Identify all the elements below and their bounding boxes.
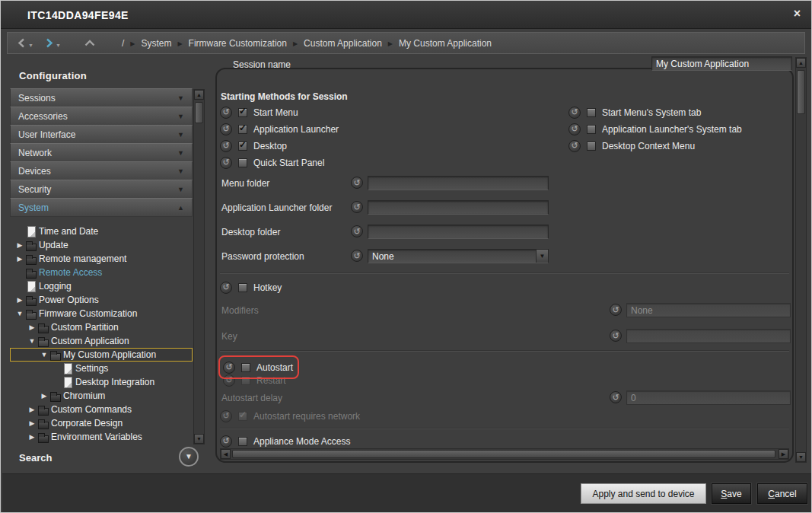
session-name-input[interactable] xyxy=(651,56,792,71)
search-expand-button[interactable] xyxy=(179,447,199,467)
undo-icon[interactable] xyxy=(220,157,232,169)
scroll-up-button[interactable] xyxy=(194,90,204,100)
sidebar-item-user-interface[interactable]: User Interface xyxy=(10,125,193,144)
expand-icon[interactable] xyxy=(14,255,25,263)
tree-item-desktop-integration[interactable]: Desktop Integration xyxy=(10,375,193,389)
forward-icon[interactable] xyxy=(44,38,54,48)
application-launcher-system-tab-checkbox[interactable] xyxy=(587,125,596,134)
scrollbar-thumb[interactable] xyxy=(797,70,805,114)
hotkey-checkbox[interactable] xyxy=(238,283,247,292)
back-history-dropdown-icon[interactable] xyxy=(28,43,33,48)
breadcrumb-root[interactable]: / xyxy=(122,38,124,49)
tree-scrollbar[interactable] xyxy=(193,89,205,444)
tree-item-custom-partition[interactable]: Custom Partition xyxy=(10,320,193,334)
undo-icon[interactable] xyxy=(220,107,232,119)
undo-icon[interactable] xyxy=(351,250,363,262)
sidebar-item-system[interactable]: System xyxy=(10,198,193,217)
undo-icon[interactable] xyxy=(220,123,232,135)
tree-item-update[interactable]: Update xyxy=(10,238,193,252)
scroll-left-button[interactable] xyxy=(221,449,231,459)
undo-icon[interactable] xyxy=(568,123,581,135)
tree-item-remote-access[interactable]: Remote Access xyxy=(10,266,193,279)
appliance-mode-access-checkbox[interactable] xyxy=(238,437,247,446)
start-menu-checkbox[interactable] xyxy=(238,108,247,117)
quick-start-panel-checkbox[interactable] xyxy=(238,158,247,167)
forward-history-dropdown-icon[interactable] xyxy=(56,43,61,48)
back-icon[interactable] xyxy=(17,38,27,48)
key-label: Key xyxy=(221,331,237,342)
undo-icon[interactable] xyxy=(351,201,363,213)
menu-folder-input[interactable] xyxy=(368,176,549,190)
expand-icon[interactable] xyxy=(27,323,37,331)
sidebar-item-accessories[interactable]: Accessories xyxy=(10,107,193,126)
up-level-icon[interactable] xyxy=(84,38,96,48)
scrollbar-thumb[interactable] xyxy=(195,102,203,123)
tree-item-custom-commands[interactable]: Custom Commands xyxy=(10,403,193,416)
save-button[interactable]: Save xyxy=(712,483,751,504)
tree-item-firmware-customization[interactable]: Firmware Customization xyxy=(10,307,193,320)
expand-icon[interactable] xyxy=(27,406,37,413)
tree-item-settings[interactable]: Settings xyxy=(10,362,193,375)
tree-item-time-and-date[interactable]: Time and Date xyxy=(10,225,193,238)
desktop-folder-input[interactable] xyxy=(368,225,549,239)
chevron-down-icon xyxy=(177,113,184,120)
undo-icon[interactable] xyxy=(351,225,363,237)
tree-item-my-custom-application[interactable]: My Custom Application xyxy=(10,348,193,362)
open-folder-icon xyxy=(49,349,62,360)
scrollbar-thumb[interactable] xyxy=(232,450,775,458)
tree-item-custom-application[interactable]: Custom Application xyxy=(10,334,193,348)
undo-icon[interactable] xyxy=(220,282,232,294)
tree-item-corporate-design[interactable]: Corporate Design xyxy=(10,416,193,430)
sidebar-item-network[interactable]: Network xyxy=(10,143,193,162)
tree-item-logging[interactable]: Logging xyxy=(10,279,193,293)
desktop-context-menu-checkbox[interactable] xyxy=(587,142,596,151)
expand-icon[interactable] xyxy=(39,392,49,400)
collapse-icon[interactable] xyxy=(39,351,49,358)
scroll-down-button[interactable] xyxy=(796,452,806,462)
collapse-icon[interactable] xyxy=(14,310,25,317)
cancel-button[interactable]: Cancel xyxy=(757,483,807,504)
application-launcher-folder-input[interactable] xyxy=(368,200,549,215)
vertical-scrollbar[interactable] xyxy=(795,57,807,463)
tree-item-power-options[interactable]: Power Options xyxy=(10,293,193,307)
password-protection-select[interactable]: None xyxy=(368,249,549,263)
scroll-right-button[interactable] xyxy=(779,449,788,459)
scroll-up-button[interactable] xyxy=(796,58,806,68)
tree-item-environment-variables[interactable]: Environment Variables xyxy=(10,430,193,444)
breadcrumb-item-my-custom-application[interactable]: My Custom Application xyxy=(399,38,492,49)
expand-icon[interactable] xyxy=(14,296,25,304)
undo-icon[interactable] xyxy=(568,107,581,119)
undo-icon[interactable] xyxy=(610,304,622,316)
scroll-down-button[interactable] xyxy=(194,434,204,444)
autostart-requires-network-checkbox xyxy=(238,412,247,421)
undo-icon[interactable] xyxy=(610,391,622,403)
start-menu-system-tab-checkbox[interactable] xyxy=(587,108,596,117)
application-launcher-checkbox[interactable] xyxy=(238,125,247,134)
desktop-checkbox[interactable] xyxy=(238,142,247,151)
sidebar-item-sessions[interactable]: Sessions xyxy=(10,88,193,107)
horizontal-scrollbar[interactable] xyxy=(220,448,789,460)
breadcrumb-item-firmware-customization[interactable]: Firmware Customization xyxy=(189,38,287,49)
undo-icon[interactable] xyxy=(220,410,232,422)
tree-item-chromium[interactable]: Chromium xyxy=(10,389,193,403)
undo-icon[interactable] xyxy=(220,435,232,448)
undo-icon[interactable] xyxy=(610,330,622,342)
collapse-icon[interactable] xyxy=(27,337,37,345)
undo-icon[interactable] xyxy=(351,177,363,189)
expand-icon[interactable] xyxy=(14,241,25,249)
title-bar: ITC14DDA94FE94E × xyxy=(1,1,811,29)
expand-icon[interactable] xyxy=(27,419,37,427)
undo-icon[interactable] xyxy=(568,140,581,152)
autostart-requires-network-row: Autostart requires network xyxy=(220,409,360,422)
tree-item-remote-management[interactable]: Remote management xyxy=(10,252,193,266)
undo-icon[interactable] xyxy=(220,140,232,152)
expand-icon[interactable] xyxy=(27,433,37,441)
breadcrumb-item-custom-application[interactable]: Custom Application xyxy=(304,38,382,49)
close-icon[interactable]: × xyxy=(794,7,801,21)
dropdown-arrow-icon[interactable] xyxy=(536,250,548,263)
sidebar-item-security[interactable]: Security xyxy=(10,180,193,199)
apply-and-send-button[interactable]: Apply and send to device xyxy=(581,483,706,504)
sidebar-item-devices[interactable]: Devices xyxy=(10,161,193,180)
breadcrumb-separator-icon xyxy=(293,40,298,47)
breadcrumb-item-system[interactable]: System xyxy=(141,38,171,49)
